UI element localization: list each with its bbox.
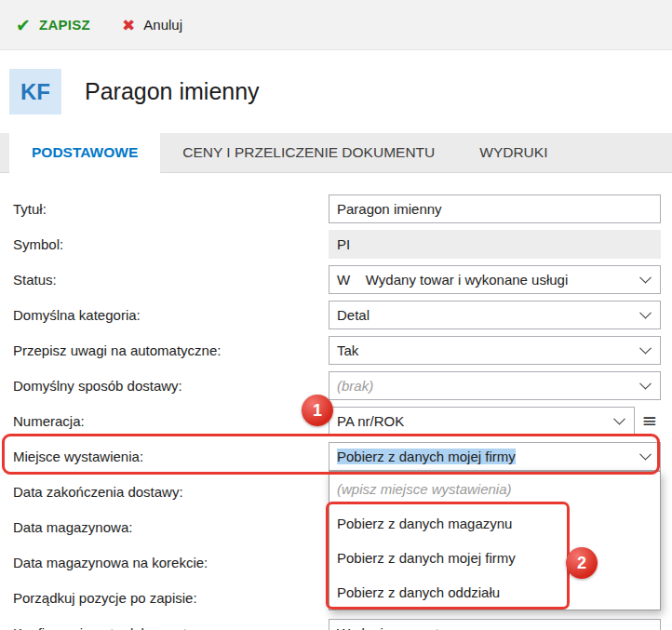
chevron-down-icon <box>639 449 652 461</box>
field-label-numeracja: Numeracja: <box>13 413 329 429</box>
symbol-field: PI <box>329 230 661 259</box>
sposob-dostawy-select[interactable]: (brak) <box>329 371 661 400</box>
kategoria-select[interactable]: Detal <box>329 301 661 329</box>
sposob-dostawy-placeholder: (brak) <box>337 378 373 394</box>
field-label-tytul: Tytuł: <box>13 201 329 217</box>
row-sposob-dostawy: Domyślny sposób dostawy: (brak) <box>0 368 672 403</box>
dropdown-option-oddzialu[interactable]: Pobierz z danych oddziału <box>329 575 660 610</box>
status-value: W Wydany towar i wykonane usługi <box>337 272 568 288</box>
uwagi-value: Tak <box>337 342 358 358</box>
symbol-value: PI <box>337 236 350 252</box>
dropdown-option-magazynu[interactable]: Pobierz z danych magazynu <box>329 506 660 541</box>
row-tytul: Tytuł: <box>0 191 672 226</box>
field-label-miejsce: Miejsce wystawienia: <box>13 449 329 464</box>
chevron-down-icon <box>639 272 652 284</box>
cancel-button[interactable]: ✖ Anuluj <box>122 16 182 34</box>
tab-wydruki[interactable]: WYDRUKI <box>457 133 570 172</box>
field-label-data-magazynowa: Data magazynowa: <box>13 519 329 535</box>
cancel-x-icon: ✖ <box>122 16 135 34</box>
field-label-porzadkuj: Porządkuj pozycje po zapisie: <box>13 590 329 606</box>
document-type-badge: KF <box>9 69 61 114</box>
tab-bar: PODSTAWOWE CENY I PRZELICZENIE DOKUMENTU… <box>0 133 672 173</box>
chevron-down-icon <box>639 625 652 630</box>
uwagi-select[interactable]: Tak <box>329 336 661 365</box>
kategoria-value: Detal <box>337 307 370 323</box>
field-label-sposob-dostawy: Domyślny sposób dostawy: <box>13 378 329 394</box>
row-miejsce-wystawienia: Miejsce wystawienia: Pobierz z danych mo… <box>0 438 672 474</box>
field-label-data-korekta: Data magazynowa na korekcie: <box>13 555 329 570</box>
konfiguracja-value: Wydanie zewnętrzne <box>337 625 466 630</box>
tab-ceny-i-przeliczenie[interactable]: CENY I PRZELICZENIE DOKUMENTU <box>160 133 457 172</box>
row-numeracja: Numeracja: PA nr/ROK ≡ <box>0 403 672 438</box>
toolbar: ✔ ZAPISZ ✖ Anuluj <box>0 0 672 50</box>
field-label-status: Status: <box>13 272 329 288</box>
field-label-kategoria: Domyślna kategoria: <box>13 307 329 323</box>
dropdown-placeholder-option[interactable]: (wpisz miejsce wystawienia) <box>329 472 660 506</box>
field-label-data-zakonczenia: Data zakończenia dostawy: <box>13 484 329 500</box>
chevron-down-icon <box>639 378 652 390</box>
numeracja-select[interactable]: PA nr/ROK <box>329 407 635 436</box>
konfiguracja-select[interactable]: Wydanie zewnętrzne <box>329 619 661 630</box>
row-konfiguracja: Konfiguracja auto dokumentu: Wydanie zew… <box>0 615 672 630</box>
field-label-konfiguracja: Konfiguracja auto dokumentu: <box>13 625 329 630</box>
miejsce-selected-text: Pobierz z danych mojej firmy <box>337 449 516 464</box>
status-select[interactable]: W Wydany towar i wykonane usługi <box>329 265 661 294</box>
field-label-symbol: Symbol: <box>13 236 329 252</box>
tytul-input[interactable] <box>329 194 661 223</box>
document-config-window: ✔ ZAPISZ ✖ Anuluj KF Paragon imienny POD… <box>0 0 672 630</box>
tab-podstawowe[interactable]: PODSTAWOWE <box>9 133 160 173</box>
chevron-down-icon <box>639 342 652 355</box>
save-button[interactable]: ✔ ZAPISZ <box>16 15 90 35</box>
row-symbol: Symbol: PI <box>0 226 672 261</box>
cancel-label: Anuluj <box>143 17 182 33</box>
page-title: Paragon imienny <box>85 78 260 105</box>
row-kategoria: Domyślna kategoria: Detal <box>0 297 672 332</box>
dropdown-option-mojej-firmy[interactable]: Pobierz z danych mojej firmy <box>329 541 660 575</box>
numeracja-menu-icon[interactable]: ≡ <box>638 407 661 436</box>
numeracja-value: PA nr/ROK <box>337 413 404 429</box>
row-status: Status: W Wydany towar i wykonane usługi <box>0 261 672 297</box>
row-uwagi: Przepisz uwagi na automatyczne: Tak <box>0 332 672 368</box>
miejsce-dropdown-panel: (wpisz miejsce wystawienia) Pobierz z da… <box>329 471 661 610</box>
miejsce-combobox[interactable]: Pobierz z danych mojej firmy <box>329 442 661 471</box>
check-icon: ✔ <box>16 15 31 35</box>
header: KF Paragon imienny <box>0 50 672 133</box>
chevron-down-icon <box>639 307 652 319</box>
field-label-uwagi: Przepisz uwagi na automatyczne: <box>13 342 329 358</box>
save-label: ZAPISZ <box>39 17 90 33</box>
chevron-down-icon <box>613 413 625 425</box>
